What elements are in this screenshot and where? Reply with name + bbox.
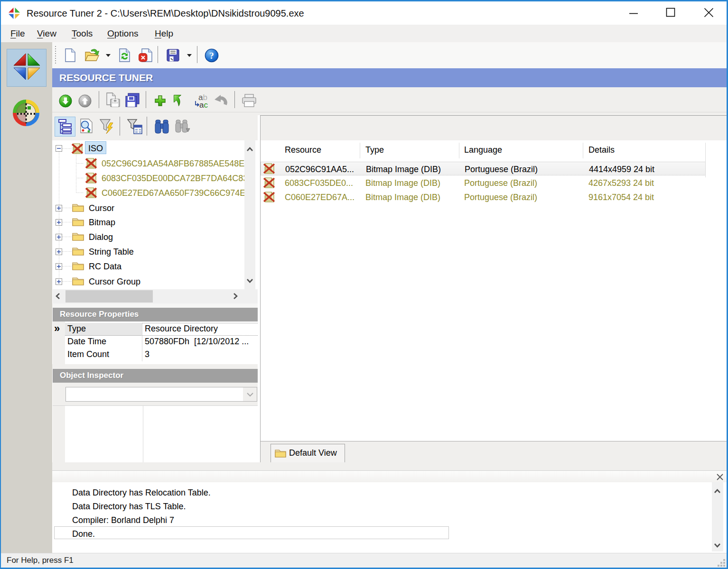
- svg-text:6083CF035DE00DCA72BF7DA64C83B: 6083CF035DE00DCA72BF7DA64C83B: [102, 174, 244, 183]
- svg-text:Bitmap: Bitmap: [89, 218, 115, 227]
- svg-text:ISO: ISO: [88, 144, 103, 153]
- svg-text:RC Data: RC Data: [89, 262, 122, 271]
- svg-text:Cursor: Cursor: [89, 203, 114, 213]
- svg-text:String Table: String Table: [89, 247, 134, 257]
- svg-text:ac: ac: [199, 101, 208, 109]
- svg-text:C060E27ED67AA650F739C66C974EA: C060E27ED67AA650F739C66C974EA: [102, 188, 244, 198]
- svg-text:Dialog: Dialog: [89, 232, 113, 242]
- svg-text:?: ?: [209, 51, 214, 61]
- svg-text:052C96C91AA54A8FB67885AE548E6: 052C96C91AA54A8FB67885AE548E6: [102, 159, 244, 168]
- svg-text:Cursor Group: Cursor Group: [89, 277, 140, 286]
